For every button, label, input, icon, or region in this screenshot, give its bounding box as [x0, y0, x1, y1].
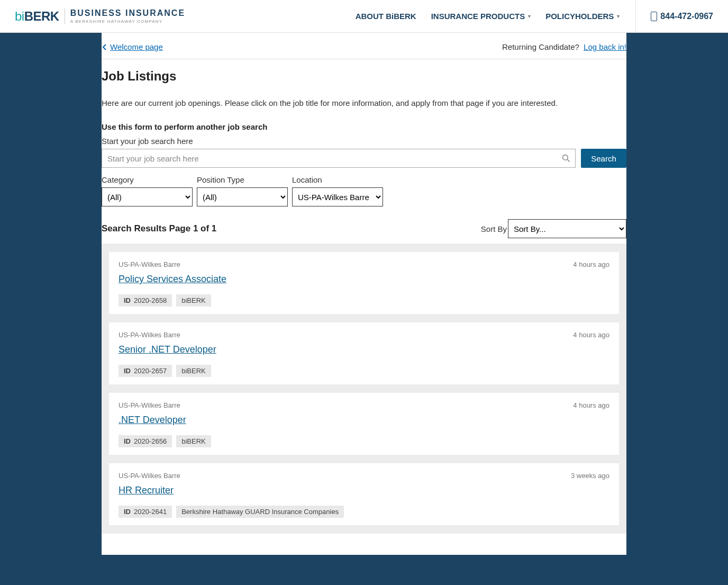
job-company-tag: biBERK [176, 294, 211, 307]
job-card: US-PA-Wilkes Barre 4 hours ago Senior .N… [109, 322, 619, 384]
location-select[interactable]: US-PA-Wilkes Barre [292, 187, 383, 206]
nav-products[interactable]: INSURANCE PRODUCTS▾ [431, 12, 531, 21]
job-title-link[interactable]: HR Recruiter [119, 485, 174, 496]
phone-text: 844-472-0967 [660, 12, 713, 21]
nav-about[interactable]: ABOUT BiBERK [356, 12, 416, 21]
search-results-count: Search Results Page 1 of 1 [102, 223, 216, 234]
job-card: US-PA-Wilkes Barre 4 hours ago Policy Se… [109, 252, 619, 314]
returning-candidate-text: Returning Candidate? Log back in! [502, 42, 626, 51]
position-type-label: Position Type [197, 175, 288, 184]
logo-prefix: bi [15, 9, 24, 23]
search-icon [562, 154, 570, 163]
job-id-tag: ID2020-2641 [119, 506, 172, 518]
job-company-tag: Berkshire Hathaway GUARD Insurance Compa… [176, 506, 344, 518]
job-location: US-PA-Wilkes Barre [119, 260, 180, 268]
site-header: biBERK BUSINESS INSURANCE A BERKSHIRE HA… [0, 0, 728, 33]
chevron-left-icon [102, 44, 108, 50]
job-posted-time: 4 hours ago [573, 260, 609, 268]
job-id-tag: ID2020-2657 [119, 365, 172, 377]
job-title-link[interactable]: Policy Services Associate [119, 274, 226, 285]
logo-suffix: BERK [24, 9, 59, 23]
job-location: US-PA-Wilkes Barre [119, 401, 180, 409]
search-input-label: Start your job search here [102, 137, 626, 146]
svg-line-1 [567, 159, 569, 161]
nav-policyholders[interactable]: POLICYHOLDERS▾ [545, 12, 620, 21]
login-link[interactable]: Log back in! [584, 42, 626, 51]
welcome-page-link[interactable]: Welcome page [102, 42, 163, 51]
job-location: US-PA-Wilkes Barre [119, 331, 180, 339]
category-label: Category [102, 175, 193, 184]
job-location: US-PA-Wilkes Barre [119, 472, 180, 480]
sort-by-select[interactable]: Sort By... [508, 219, 626, 238]
job-company-tag: biBERK [176, 365, 211, 377]
nav-about-label: ABOUT BiBERK [356, 12, 416, 21]
job-posted-time: 4 hours ago [573, 331, 609, 339]
nav-policyholders-label: POLICYHOLDERS [545, 12, 614, 21]
job-company-tag: biBERK [176, 435, 211, 447]
job-card: US-PA-Wilkes Barre 3 weeks ago HR Recrui… [109, 463, 619, 525]
sort-by-label: Sort By [481, 224, 507, 233]
logo-divider [65, 8, 65, 24]
job-card: US-PA-Wilkes Barre 4 hours ago .NET Deve… [109, 393, 619, 455]
position-type-select[interactable]: (All) [197, 187, 288, 206]
welcome-page-label: Welcome page [110, 42, 163, 51]
page-title: Job Listings [102, 69, 626, 84]
svg-point-0 [563, 155, 568, 160]
job-results-list: US-PA-Wilkes Barre 4 hours ago Policy Se… [102, 244, 626, 534]
job-title-link[interactable]: Senior .NET Developer [119, 344, 216, 355]
search-button[interactable]: Search [581, 149, 626, 168]
job-posted-time: 3 weeks ago [571, 472, 609, 480]
logo-tagline-top: BUSINESS INSURANCE [70, 8, 185, 18]
main-nav: ABOUT BiBERK INSURANCE PRODUCTS▾ POLICYH… [185, 12, 620, 21]
search-form-heading: Use this form to perform another job sea… [102, 122, 626, 131]
search-input[interactable] [102, 149, 576, 168]
chevron-down-icon: ▾ [617, 13, 620, 19]
intro-text: Here are our current job openings. Pleas… [102, 98, 626, 107]
chevron-down-icon: ▾ [528, 13, 531, 19]
job-title-link[interactable]: .NET Developer [119, 415, 186, 426]
logo-tagline-bottom: A BERKSHIRE HATHAWAY COMPANY [70, 19, 185, 24]
logo[interactable]: biBERK BUSINESS INSURANCE A BERKSHIRE HA… [15, 8, 185, 24]
category-select[interactable]: (All) [102, 187, 193, 206]
job-id-tag: ID2020-2658 [119, 294, 172, 307]
nav-products-label: INSURANCE PRODUCTS [431, 12, 525, 21]
location-label: Location [292, 175, 383, 184]
job-id-tag: ID2020-2656 [119, 435, 172, 447]
job-posted-time: 4 hours ago [573, 401, 609, 409]
phone-number[interactable]: 844-472-0967 [635, 0, 713, 33]
